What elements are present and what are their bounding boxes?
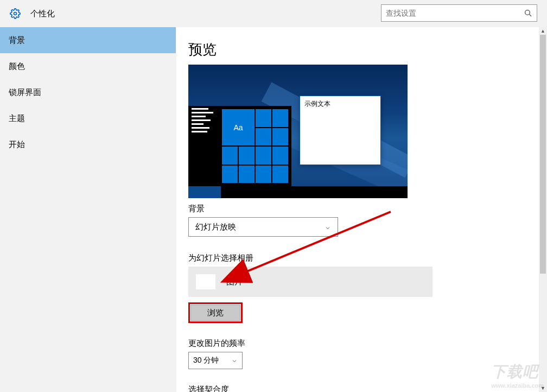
svg-line-2 <box>529 14 531 16</box>
preview-start-list <box>188 106 219 186</box>
sidebar-item-background[interactable]: 背景 <box>0 27 176 53</box>
preview-sample-window: 示例文本 <box>300 96 381 165</box>
album-label: 为幻灯片选择相册 <box>188 253 535 263</box>
scrollbar-thumb[interactable] <box>540 35 546 274</box>
sidebar-item-label: 背景 <box>9 35 25 46</box>
svg-point-1 <box>525 10 530 15</box>
page-title: 个性化 <box>30 9 55 19</box>
background-label: 背景 <box>188 204 535 214</box>
header: 个性化 <box>0 0 547 27</box>
preview-start-tiles: Aa <box>219 106 291 186</box>
chevron-down-icon <box>231 357 238 364</box>
preview-taskbar-accent <box>188 186 221 198</box>
browse-button[interactable]: 浏览 <box>190 305 240 321</box>
sidebar-item-colors[interactable]: 颜色 <box>0 53 176 79</box>
sidebar: 背景 颜色 锁屏界面 主题 开始 <box>0 27 176 392</box>
album-row[interactable]: 图片 <box>188 267 432 297</box>
sidebar-item-lockscreen[interactable]: 锁屏界面 <box>0 79 176 105</box>
sidebar-item-start[interactable]: 开始 <box>0 131 176 157</box>
chevron-down-icon <box>325 224 331 230</box>
search-input[interactable] <box>386 9 524 17</box>
frequency-dropdown[interactable]: 30 分钟 <box>188 352 243 369</box>
background-dropdown-value: 幻灯片放映 <box>195 222 236 232</box>
desktop-preview: 示例文本 Aa <box>188 65 408 198</box>
gear-icon <box>10 8 21 19</box>
frequency-label: 更改图片的频率 <box>188 338 535 349</box>
content-area: 预览 示例文本 Aa <box>176 27 547 392</box>
preview-accent-tile: Aa <box>222 109 255 146</box>
scroll-down-icon[interactable]: ▼ <box>539 384 547 392</box>
sidebar-item-label: 开始 <box>9 140 25 150</box>
vertical-scrollbar[interactable]: ▲ ▼ <box>539 27 547 392</box>
sidebar-item-label: 主题 <box>9 113 25 124</box>
preview-sample-text: 示例文本 <box>300 96 380 112</box>
sidebar-item-label: 颜色 <box>9 61 25 72</box>
browse-highlight-box: 浏览 <box>188 302 243 323</box>
preview-heading: 预览 <box>188 40 535 59</box>
preview-start-menu: Aa <box>188 106 291 186</box>
search-icon <box>524 9 532 17</box>
background-dropdown[interactable]: 幻灯片放映 <box>188 217 338 237</box>
scroll-up-icon[interactable]: ▲ <box>539 27 547 35</box>
sidebar-item-label: 锁屏界面 <box>9 87 41 98</box>
album-thumbnail <box>196 274 215 289</box>
sidebar-item-themes[interactable]: 主题 <box>0 105 176 131</box>
svg-point-0 <box>14 12 17 15</box>
fit-label: 选择契合度 <box>188 384 535 392</box>
preview-taskbar <box>188 186 408 198</box>
album-name: 图片 <box>226 277 243 287</box>
search-box[interactable] <box>381 4 537 22</box>
frequency-dropdown-value: 30 分钟 <box>193 356 219 365</box>
